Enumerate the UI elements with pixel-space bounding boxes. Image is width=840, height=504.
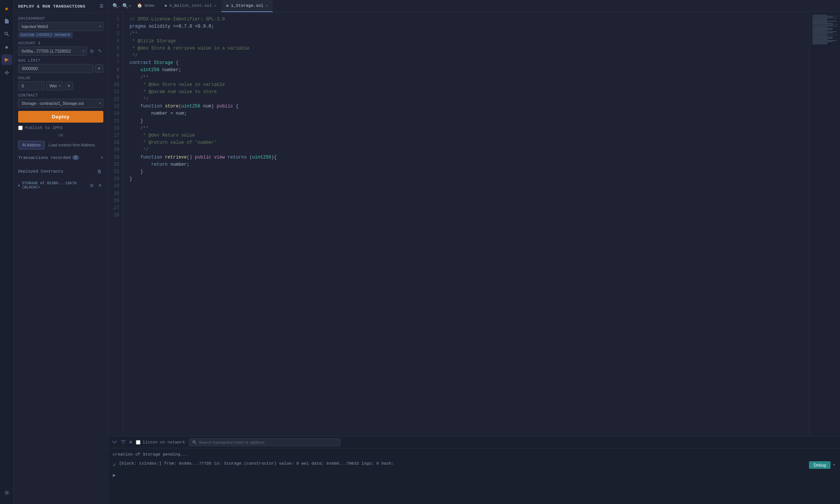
or-divider: OR	[18, 133, 103, 138]
network-badge: Custom (42261) network	[18, 32, 73, 38]
console-expand-btn[interactable]: ▾	[833, 462, 835, 468]
console-tx-msg: [block: txIndex:] from: 0x90a...777D5 to…	[119, 461, 806, 466]
file-explorer-icon[interactable]	[2, 16, 12, 26]
listen-row: listen on network	[136, 440, 185, 445]
gas-limit-input[interactable]	[18, 64, 94, 73]
gas-limit-section: GAS LIMIT +	[18, 59, 103, 73]
value-unit-select[interactable]: Wei Gwei Ether	[46, 81, 63, 90]
main-area: 🔍- 🔍+ 🏠 Home ◆ 4_Ballot_test.sol ✕ ◆ 1_S…	[108, 0, 840, 504]
gas-limit-label: GAS LIMIT	[18, 59, 103, 63]
tab-ballot-close-icon[interactable]: ✕	[214, 3, 216, 8]
environment-label: ENVIRONMENT	[18, 17, 103, 21]
account-section: ACCOUNT ℹ 0x90a...777D5 (1.7328552 ▾ ⧉ ✎	[18, 41, 103, 56]
panel-title: DEPLOY & RUN TRANSACTIONS	[18, 4, 86, 9]
svg-point-3	[6, 492, 7, 493]
ballot-file-icon: ◆	[164, 3, 167, 8]
at-address-button[interactable]: At Address	[18, 141, 45, 149]
environment-section: ENVIRONMENT Injected Web3 JavaScript VM …	[18, 17, 103, 38]
at-address-row: At Address Load contract from Address	[18, 141, 103, 149]
deploy-button[interactable]: Deploy	[18, 111, 103, 123]
storage-file-icon: ◆	[226, 3, 229, 8]
svg-point-4	[193, 440, 195, 443]
zoom-out-btn[interactable]: 🔍-	[111, 1, 121, 11]
account-label: ACCOUNT	[18, 41, 36, 45]
console-clear-btn[interactable]	[112, 440, 117, 445]
deployed-contracts-label: Deployed Contracts	[18, 169, 63, 174]
debug-button[interactable]: Debug	[809, 461, 830, 469]
home-icon: 🏠	[137, 3, 142, 8]
transactions-chevron-icon: ▾	[101, 155, 103, 160]
contract-item-delete-btn[interactable]: ✕	[97, 182, 103, 189]
console-prompt-row: ▶	[113, 472, 835, 480]
publish-ipfs-label: Publish to IPFS	[25, 126, 62, 130]
zoom-in-btn[interactable]: 🔍+	[122, 1, 132, 11]
contract-section: CONTRACT Storage - contracts/1_Storage.s…	[18, 93, 103, 108]
contract-select[interactable]: Storage - contracts/1_Storage.sol	[18, 99, 103, 108]
tab-ballot-label: 4_Ballot_test.sol	[169, 3, 212, 8]
settings-icon[interactable]	[2, 487, 12, 498]
solidity-icon[interactable]: ◆	[2, 42, 12, 52]
publish-ipfs-checkbox[interactable]	[18, 126, 23, 130]
contract-item-copy-btn[interactable]: ⧉	[89, 182, 95, 189]
svg-point-2	[6, 72, 8, 73]
editor-area: 12345 678910 1112131415 1617181920 21222…	[108, 12, 840, 436]
console-search-input[interactable]	[199, 440, 337, 445]
tab-ballot[interactable]: ◆ 4_Ballot_test.sol ✕	[160, 0, 221, 12]
line-numbers: 12345 678910 1112131415 1617181920 21222…	[108, 12, 123, 436]
svg-line-5	[195, 443, 196, 444]
value-section: VALUE Wei Gwei Ether ▾ +	[18, 76, 103, 90]
panel-menu-icon[interactable]: ☰	[100, 4, 104, 9]
contract-label: CONTRACT	[18, 93, 103, 98]
tab-storage-close-icon[interactable]: ✕	[266, 3, 268, 8]
console-success-row: ✓ [block: txIndex:] from: 0x90a...777D5 …	[113, 461, 835, 469]
gas-expand-btn[interactable]: +	[95, 64, 103, 73]
deploy-run-icon[interactable]	[2, 54, 12, 65]
value-label: VALUE	[18, 76, 103, 80]
tab-bar: 🔍- 🔍+ 🏠 Home ◆ 4_Ballot_test.sol ✕ ◆ 1_S…	[108, 0, 840, 12]
environment-select[interactable]: Injected Web3 JavaScript VM Web3 Provide…	[18, 22, 103, 31]
console-count: 0	[129, 440, 132, 445]
value-input[interactable]	[18, 81, 45, 90]
transactions-recorded-label: Transactions recorded	[18, 156, 71, 160]
account-select[interactable]: 0x90a...777D5 (1.7328552	[18, 47, 87, 56]
console-pending-msg: creation of Storage pending...	[113, 451, 835, 458]
icon-bar: ◈ ◆	[0, 0, 14, 504]
console-filter-btn[interactable]	[121, 440, 126, 445]
console-toolbar: 0 listen on network	[108, 436, 840, 448]
account-info-icon[interactable]: ℹ	[39, 41, 41, 45]
search-icon[interactable]	[2, 29, 12, 39]
remix-logo-icon[interactable]: ◈	[2, 3, 12, 14]
account-copy-btn[interactable]: ⧉	[89, 48, 95, 54]
svg-line-1	[7, 34, 9, 36]
transactions-recorded-row[interactable]: Transactions recorded 2 ▾	[18, 152, 103, 163]
code-editor[interactable]: // SPDX-License-Identifier: GPL-3.0 prag…	[123, 12, 810, 436]
svg-point-0	[5, 32, 7, 35]
debug-icon[interactable]	[2, 67, 12, 78]
account-edit-btn[interactable]: ✎	[97, 48, 103, 54]
deployed-contracts-delete-btn[interactable]: 🗑	[96, 168, 103, 175]
listen-on-network-label: listen on network	[143, 440, 185, 445]
transactions-count-badge: 2	[72, 155, 79, 160]
deployed-contract-item: ▶ STORAGE AT 0X3B9...19A70 (BLOCKC> ⧉ ✕	[18, 180, 103, 191]
tab-home-label: Home	[145, 3, 154, 8]
contract-item-label: STORAGE AT 0X3B9...19A70 (BLOCKC>	[22, 181, 87, 190]
minimap	[810, 12, 840, 436]
console-content: creation of Storage pending... ✓ [block:…	[108, 448, 840, 504]
tab-home[interactable]: 🏠 Home	[132, 0, 159, 12]
console-area: 0 listen on network creation of Storage …	[108, 436, 840, 504]
deploy-panel-header: DEPLOY & RUN TRANSACTIONS ☰	[14, 0, 108, 13]
success-check-icon: ✓	[113, 462, 116, 468]
tab-storage[interactable]: ◆ 1_Storage.sol ✕	[221, 0, 272, 12]
publish-row: Publish to IPFS	[18, 126, 103, 130]
listen-on-network-checkbox[interactable]	[136, 440, 140, 445]
tab-storage-label: 1_Storage.sol	[231, 3, 263, 8]
console-prompt-icon: ▶	[113, 473, 116, 478]
value-expand-btn[interactable]: +	[65, 82, 73, 90]
console-search-box[interactable]	[189, 439, 340, 446]
contract-item-chevron[interactable]: ▶	[18, 183, 20, 188]
deployed-contracts-row[interactable]: Deployed Contracts 🗑	[18, 166, 103, 177]
deploy-panel: DEPLOY & RUN TRANSACTIONS ☰ ENVIRONMENT …	[14, 0, 108, 504]
load-contract-button[interactable]: Load contract from Address	[46, 141, 97, 149]
console-search-icon	[192, 440, 196, 445]
